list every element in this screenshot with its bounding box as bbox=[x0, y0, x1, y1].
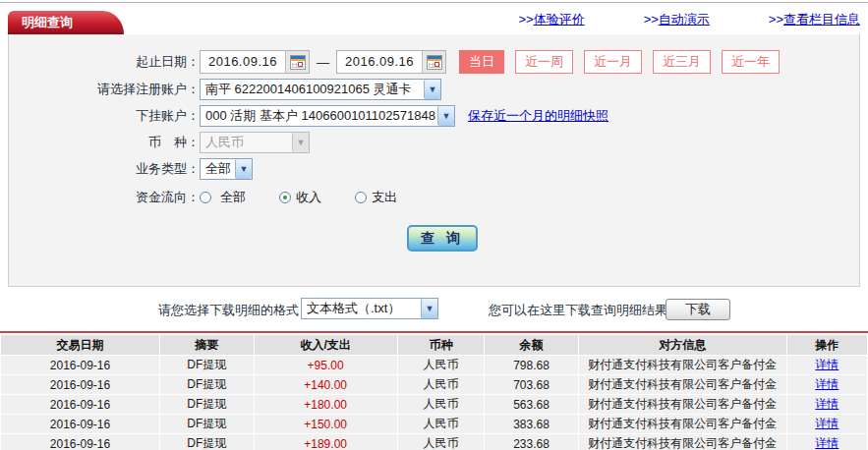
date-range-label: 起止日期： bbox=[9, 53, 200, 71]
link-prefix: >> bbox=[644, 12, 659, 27]
detail-link[interactable]: 详情 bbox=[815, 397, 839, 411]
business-type-select[interactable]: 全部 ▼ bbox=[200, 158, 253, 180]
query-button[interactable]: 查 询 bbox=[407, 225, 478, 252]
table-header-row: 交易日期 摘要 收入/支出 币种 余额 对方信息 操作 bbox=[1, 335, 867, 355]
link-label: 体验评价 bbox=[534, 12, 585, 27]
table-row: 2016-09-16 DF提现 +95.00 人民币 798.68 财付通支付科… bbox=[1, 356, 867, 374]
date-range-row: 起止日期： 2016.09.16 — 2016.09.16 当日 近一周 近一月… bbox=[9, 50, 859, 74]
transactions-table: 交易日期 摘要 收入/支出 币种 余额 对方信息 操作 2016-09-16 D… bbox=[0, 334, 868, 450]
flow-radio-income[interactable]: 收入 bbox=[279, 189, 321, 206]
flow-radio-all[interactable]: 全部 bbox=[200, 189, 246, 206]
col-header-summary: 摘要 bbox=[160, 335, 254, 355]
end-date-input[interactable]: 2016.09.16 bbox=[336, 50, 446, 74]
flow-radio-expense[interactable]: 支出 bbox=[355, 189, 397, 206]
radio-label: 支出 bbox=[372, 189, 397, 206]
business-type-label: 业务类型： bbox=[9, 160, 200, 178]
cell-balance: 563.68 bbox=[485, 395, 578, 414]
quick-range-month-button[interactable]: 近一月 bbox=[584, 50, 642, 74]
end-date-value: 2016.09.16 bbox=[337, 51, 422, 73]
detail-link[interactable]: 详情 bbox=[815, 436, 839, 450]
detail-link[interactable]: 详情 bbox=[815, 358, 839, 371]
table-row: 2016-09-16 DF提现 +140.00 人民币 703.68 财付通支付… bbox=[1, 375, 867, 394]
page-title-tab: 明细查询 bbox=[8, 11, 124, 34]
table-row: 2016-09-16 DF提现 +150.00 人民币 383.68 财付通支付… bbox=[1, 415, 867, 433]
business-type-value: 全部 bbox=[201, 159, 235, 179]
register-account-value: 南平 6222001406100921065 灵通卡 bbox=[201, 80, 424, 99]
cell-summary: DF提现 bbox=[160, 395, 254, 414]
table-row: 2016-09-16 DF提现 +180.00 人民币 563.68 财付通支付… bbox=[1, 395, 867, 414]
download-hint: 您可以在这里下载查询明细结果 bbox=[489, 302, 667, 319]
sub-account-select[interactable]: 000 活期 基本户 1406600101102571848 ▼ bbox=[200, 105, 455, 127]
business-type-row: 业务类型： 全部 ▼ bbox=[9, 158, 859, 180]
cell-currency: 人民币 bbox=[398, 375, 485, 394]
date-separator: — bbox=[317, 55, 329, 70]
currency-row: 币 种： 人民币 ▼ bbox=[9, 132, 859, 153]
cell-balance: 233.68 bbox=[485, 434, 578, 450]
chevron-down-icon: ▼ bbox=[421, 299, 437, 318]
cell-summary: DF提现 bbox=[160, 375, 254, 394]
cell-amount: +140.00 bbox=[255, 375, 397, 394]
header-links: >>体验评价 >>自动演示 >>查看栏目信息 bbox=[518, 11, 860, 28]
cell-counterparty: 财付通支付科技有限公司客户备付金 bbox=[579, 415, 786, 433]
calendar-icon bbox=[427, 55, 442, 70]
link-prefix: >> bbox=[769, 12, 783, 27]
fund-flow-options: 全部 收入 支出 bbox=[200, 189, 431, 206]
chevron-down-icon: ▼ bbox=[235, 159, 252, 179]
end-date-calendar-icon[interactable] bbox=[422, 51, 445, 73]
col-header-amount: 收入/支出 bbox=[255, 335, 397, 355]
sub-account-label: 下挂账户： bbox=[9, 107, 200, 125]
cell-counterparty: 财付通支付科技有限公司客户备付金 bbox=[579, 395, 786, 414]
start-date-input[interactable]: 2016.09.16 bbox=[200, 50, 310, 74]
currency-value: 人民币 bbox=[201, 133, 292, 152]
fund-flow-row: 资金流向： 全部 收入 支出 bbox=[9, 189, 859, 206]
radio-label: 收入 bbox=[296, 189, 321, 206]
cell-counterparty: 财付通支付科技有限公司客户备付金 bbox=[579, 375, 786, 394]
radio-icon bbox=[355, 192, 367, 203]
cell-summary: DF提现 bbox=[160, 415, 254, 433]
currency-select: 人民币 ▼ bbox=[200, 132, 310, 153]
sub-account-row: 下挂账户： 000 活期 基本户 1406600101102571848 ▼ 保… bbox=[9, 105, 859, 127]
cell-amount: +180.00 bbox=[255, 395, 397, 414]
cell-summary: DF提现 bbox=[160, 356, 254, 374]
cell-currency: 人民币 bbox=[398, 434, 485, 450]
page-header: 明细查询 >>体验评价 >>自动演示 >>查看栏目信息 bbox=[0, 3, 868, 34]
cell-date: 2016-09-16 bbox=[1, 375, 159, 394]
cell-summary: DF提现 bbox=[160, 434, 254, 450]
table-top-divider bbox=[0, 331, 868, 333]
col-header-counterparty: 对方信息 bbox=[579, 335, 786, 355]
start-date-calendar-icon[interactable] bbox=[285, 51, 309, 73]
download-button[interactable]: 下载 bbox=[665, 299, 730, 320]
download-row: 请您选择下载明细的格式 文本格式（.txt） ▼ 您可以在这里下载查询明细结果 … bbox=[0, 298, 868, 321]
save-snapshot-link[interactable]: 保存近一个月的明细快照 bbox=[468, 107, 608, 125]
link-view-column-info[interactable]: >>查看栏目信息 bbox=[769, 11, 860, 28]
link-auto-demo[interactable]: >>自动演示 bbox=[644, 11, 710, 28]
col-header-action: 操作 bbox=[787, 335, 867, 355]
radio-icon bbox=[200, 192, 211, 203]
detail-link[interactable]: 详情 bbox=[815, 417, 839, 430]
quick-range-week-button[interactable]: 近一周 bbox=[515, 50, 573, 74]
calendar-icon bbox=[290, 55, 306, 70]
fund-flow-label: 资金流向： bbox=[9, 189, 200, 206]
cell-date: 2016-09-16 bbox=[1, 356, 159, 374]
download-format-label: 请您选择下载明细的格式 bbox=[158, 302, 299, 319]
download-format-select[interactable]: 文本格式（.txt） ▼ bbox=[301, 298, 438, 319]
download-format-value: 文本格式（.txt） bbox=[302, 299, 421, 318]
cell-balance: 798.68 bbox=[485, 356, 578, 374]
quick-range-today-button[interactable]: 当日 bbox=[459, 50, 504, 74]
register-account-label: 请选择注册账户： bbox=[9, 81, 200, 98]
link-experience-rating[interactable]: >>体验评价 bbox=[518, 11, 584, 28]
cell-amount: +95.00 bbox=[255, 356, 397, 374]
quick-range-year-button[interactable]: 近一年 bbox=[722, 50, 780, 74]
col-header-currency: 币种 bbox=[398, 335, 485, 355]
register-account-select[interactable]: 南平 6222001406100921065 灵通卡 ▼ bbox=[200, 79, 441, 100]
col-header-balance: 余额 bbox=[485, 335, 578, 355]
cell-currency: 人民币 bbox=[398, 356, 485, 374]
detail-link[interactable]: 详情 bbox=[815, 377, 839, 391]
cell-balance: 703.68 bbox=[485, 375, 578, 394]
link-prefix: >> bbox=[518, 12, 533, 27]
quick-range-3months-button[interactable]: 近三月 bbox=[653, 50, 711, 74]
chevron-down-icon: ▼ bbox=[437, 106, 454, 126]
sub-account-value: 000 活期 基本户 1406600101102571848 bbox=[201, 106, 437, 126]
cell-currency: 人民币 bbox=[398, 415, 485, 433]
cell-counterparty: 财付通支付科技有限公司客户备付金 bbox=[579, 434, 786, 450]
